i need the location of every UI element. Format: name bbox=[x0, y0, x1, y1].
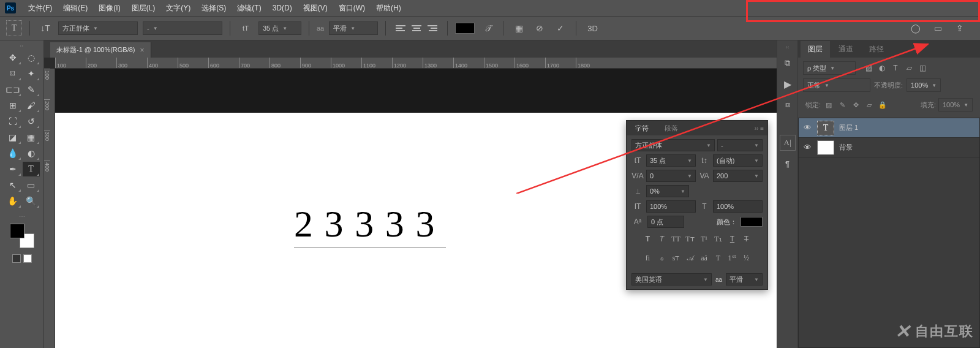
menu-file[interactable]: 文件(F) bbox=[23, 1, 57, 16]
layer-name[interactable]: 图层 1 bbox=[839, 123, 858, 132]
tab-layers[interactable]: 图层 bbox=[801, 41, 830, 58]
path-select-tool[interactable]: ↖ bbox=[4, 178, 21, 192]
character-panel[interactable]: 字符 段落 ›› ≡ 方正舒体▼ -▼ tT 35 点▼ t↕ (自动)▼ V/… bbox=[626, 120, 768, 290]
layer-row[interactable]: 👁 T 图层 1 bbox=[799, 118, 979, 138]
char-tab[interactable]: 字符 bbox=[630, 122, 654, 135]
char-hscale[interactable]: 100% bbox=[713, 200, 763, 213]
zoom-tool[interactable]: 🔍 bbox=[23, 194, 40, 208]
color-swatches[interactable] bbox=[10, 224, 34, 248]
char-scale[interactable]: 0%▼ bbox=[646, 185, 689, 197]
alt-ligatures[interactable]: ℴ bbox=[656, 252, 668, 263]
char-vscale[interactable]: 100% bbox=[646, 200, 696, 213]
discretionary[interactable]: sᴛ bbox=[670, 252, 682, 263]
lasso-tool[interactable]: ⌑ bbox=[4, 66, 21, 81]
font-family-dropdown[interactable]: 方正舒体▼ bbox=[58, 21, 138, 35]
text-orientation-icon[interactable]: ↓T bbox=[37, 20, 53, 36]
paragraph-panel-icon[interactable]: ¶ bbox=[780, 156, 796, 172]
char-font-style[interactable]: -▼ bbox=[717, 139, 763, 151]
font-style-dropdown[interactable]: -▼ bbox=[143, 21, 222, 35]
character-panel-icon[interactable]: A| bbox=[780, 135, 796, 151]
char-baseline[interactable]: 0 点 bbox=[647, 216, 684, 228]
char-antialias[interactable]: 平滑▼ bbox=[726, 273, 763, 286]
char-font-family[interactable]: 方正舒体▼ bbox=[631, 139, 715, 151]
canvas-text-layer[interactable]: 23333 bbox=[294, 202, 446, 248]
filter-smart-icon[interactable]: ◫ bbox=[917, 62, 928, 74]
menu-window[interactable]: 窗口(W) bbox=[334, 1, 370, 16]
char-font-size[interactable]: 35 点▼ bbox=[646, 154, 696, 167]
search-icon[interactable]: ◯ bbox=[908, 20, 924, 36]
antialias-dropdown[interactable]: 平滑▼ bbox=[329, 21, 378, 35]
history-panel-icon[interactable]: ⧉ bbox=[780, 55, 796, 71]
align-center-button[interactable] bbox=[409, 21, 424, 36]
marquee-tool[interactable]: ◌ bbox=[23, 50, 40, 65]
collapse-icon[interactable]: ›› ≡ bbox=[755, 125, 764, 132]
ruler-vertical[interactable]: 100 200 300 400 bbox=[44, 69, 55, 348]
align-right-button[interactable] bbox=[425, 21, 440, 36]
lock-artboard-icon[interactable]: ▱ bbox=[864, 99, 875, 110]
brush-tool[interactable]: 🖌 bbox=[23, 98, 40, 113]
properties-panel-icon[interactable]: ⧈ bbox=[780, 97, 796, 113]
layer-row[interactable]: 👁 背景 bbox=[799, 138, 979, 157]
menu-layer[interactable]: 图层(L) bbox=[127, 1, 160, 16]
tool-preset-text-icon[interactable]: T bbox=[6, 20, 22, 36]
hand-tool[interactable]: ✋ bbox=[4, 194, 21, 208]
actions-panel-icon[interactable]: ▶ bbox=[780, 76, 796, 92]
paragraph-tab[interactable]: 段落 bbox=[660, 122, 683, 135]
crop-tool[interactable]: ⊏⊐ bbox=[4, 82, 21, 97]
ligatures[interactable]: fi bbox=[642, 252, 654, 263]
foreground-color[interactable] bbox=[10, 224, 24, 238]
layer-name[interactable]: 背景 bbox=[839, 143, 853, 152]
lock-transparency-icon[interactable]: ▨ bbox=[823, 99, 834, 110]
type-tool[interactable]: T bbox=[23, 162, 40, 176]
menu-3d[interactable]: 3D(D) bbox=[268, 1, 297, 15]
menu-filter[interactable]: 滤镜(T) bbox=[232, 1, 266, 16]
menu-select[interactable]: 选择(S) bbox=[197, 1, 231, 16]
document-tab[interactable]: 未标题-1 @ 100%(RGB/8) × bbox=[50, 42, 151, 58]
character-panel-header[interactable]: 字符 段落 ›› ≡ bbox=[627, 121, 767, 135]
faux-bold[interactable]: T bbox=[642, 233, 654, 244]
gradient-tool[interactable]: ▦ bbox=[23, 130, 40, 145]
panel-toggle-icon[interactable]: ▦ bbox=[511, 20, 527, 36]
subscript[interactable]: T₁ bbox=[712, 233, 725, 244]
layer-thumbnail[interactable] bbox=[817, 140, 834, 155]
menu-help[interactable]: 帮助(H) bbox=[371, 1, 406, 16]
char-leading[interactable]: (自动)▼ bbox=[713, 154, 763, 167]
menu-view[interactable]: 视图(V) bbox=[298, 1, 333, 16]
ordinals[interactable]: 1ˢᵗ bbox=[726, 252, 739, 263]
stamp-tool[interactable]: ⛶ bbox=[4, 114, 21, 129]
visibility-toggle-icon[interactable]: 👁 bbox=[802, 143, 812, 152]
lock-image-icon[interactable]: ✎ bbox=[837, 99, 848, 110]
align-left-button[interactable] bbox=[393, 21, 408, 36]
stylistic-alt[interactable]: aá bbox=[698, 252, 710, 263]
filter-pixel-icon[interactable]: ▨ bbox=[863, 62, 874, 74]
blur-tool[interactable]: 💧 bbox=[4, 146, 21, 161]
tab-paths[interactable]: 路径 bbox=[862, 41, 891, 58]
cancel-icon[interactable]: ⊘ bbox=[532, 20, 548, 36]
share-icon[interactable]: ⇪ bbox=[952, 20, 968, 36]
layer-thumbnail[interactable]: T bbox=[817, 121, 834, 135]
opacity-input[interactable]: 100%▼ bbox=[907, 78, 941, 92]
quick-mask-toggle[interactable] bbox=[12, 254, 32, 263]
fractions[interactable]: ½ bbox=[741, 252, 753, 263]
char-language[interactable]: 美国英语▼ bbox=[631, 273, 712, 286]
close-tab-icon[interactable]: × bbox=[140, 46, 145, 55]
fill-input[interactable]: 100%▼ bbox=[938, 98, 973, 112]
blend-mode-dropdown[interactable]: 正常▼ bbox=[803, 78, 870, 92]
char-kerning[interactable]: 0▼ bbox=[646, 170, 696, 182]
ruler-horizontal[interactable]: 100 200 300 400 500 600 700 800 900 1000… bbox=[55, 58, 777, 69]
history-brush-tool[interactable]: ↺ bbox=[23, 114, 40, 129]
commit-icon[interactable]: ✓ bbox=[552, 20, 568, 36]
eraser-tool[interactable]: ◪ bbox=[4, 130, 21, 145]
lock-position-icon[interactable]: ✥ bbox=[850, 99, 861, 110]
filter-adjust-icon[interactable]: ◐ bbox=[876, 62, 888, 74]
lock-all-icon[interactable]: 🔒 bbox=[877, 99, 888, 110]
font-size-dropdown[interactable]: 35 点▼ bbox=[258, 21, 301, 35]
frame-tool[interactable]: ⊞ bbox=[4, 98, 21, 113]
workspace-icon[interactable]: ▭ bbox=[930, 20, 946, 36]
magic-wand-tool[interactable]: ✦ bbox=[23, 66, 40, 81]
underline[interactable]: T bbox=[726, 233, 739, 244]
strikethrough[interactable]: T bbox=[741, 233, 753, 244]
filter-shape-icon[interactable]: ▱ bbox=[903, 62, 914, 74]
pen-tool[interactable]: ✒ bbox=[4, 162, 21, 176]
small-caps[interactable]: Tᴛ bbox=[684, 233, 696, 244]
